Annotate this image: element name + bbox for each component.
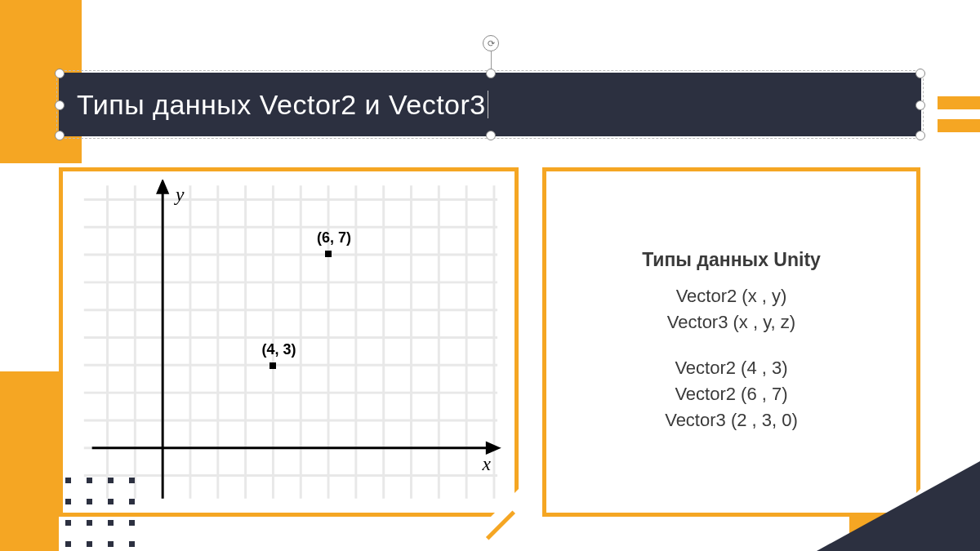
svg-marker-29 xyxy=(487,443,498,453)
svg-text:x: x xyxy=(481,453,491,474)
slide-title[interactable]: Типы данных Vector2 и Vector3 xyxy=(77,89,486,121)
rotate-handle-icon[interactable]: ⟳ xyxy=(483,35,499,51)
coordinate-chart: y x (4, 3)(6, 7) xyxy=(76,180,501,504)
chart-point-label: (4, 3) xyxy=(261,341,296,358)
resize-handle[interactable] xyxy=(486,131,496,140)
info-heading: Типы данных Unity xyxy=(642,249,821,271)
info-line xyxy=(665,338,798,353)
decor-stripe xyxy=(0,96,42,109)
decor-stripe xyxy=(938,96,980,109)
decor-block xyxy=(0,371,59,551)
chart-point xyxy=(325,251,332,257)
decor-stripe xyxy=(938,119,980,132)
resize-handle[interactable] xyxy=(55,69,65,78)
decor-stripe xyxy=(0,119,42,132)
info-line: Vector3 (2 , 3, 0) xyxy=(665,410,798,431)
title-textbox[interactable]: ⟳ Типы данных Vector2 и Vector3 xyxy=(59,73,921,136)
decor-wedge xyxy=(817,461,980,551)
chart-point-label: (6, 7) xyxy=(317,229,351,247)
svg-marker-27 xyxy=(158,181,167,193)
svg-text:y: y xyxy=(174,184,185,205)
resize-handle[interactable] xyxy=(915,131,925,140)
info-line: Vector2 (4 , 3) xyxy=(665,358,798,379)
slide-canvas: { "title": "Типы данных Vector2 и Vector… xyxy=(0,0,980,551)
resize-handle[interactable] xyxy=(486,69,496,78)
resize-handle[interactable] xyxy=(915,100,925,110)
chart-panel: y x (4, 3)(6, 7) xyxy=(59,167,519,517)
resize-handle[interactable] xyxy=(55,131,65,140)
resize-handle[interactable] xyxy=(915,69,925,78)
info-line: Vector3 (x , y, z) xyxy=(665,312,798,333)
info-line: Vector2 (6 , 7) xyxy=(665,384,798,405)
info-line: Vector2 (x , y) xyxy=(665,286,798,307)
decor-dots xyxy=(65,478,142,551)
text-cursor-icon xyxy=(488,91,488,118)
resize-handle[interactable] xyxy=(55,100,65,110)
chart-point xyxy=(270,362,276,369)
